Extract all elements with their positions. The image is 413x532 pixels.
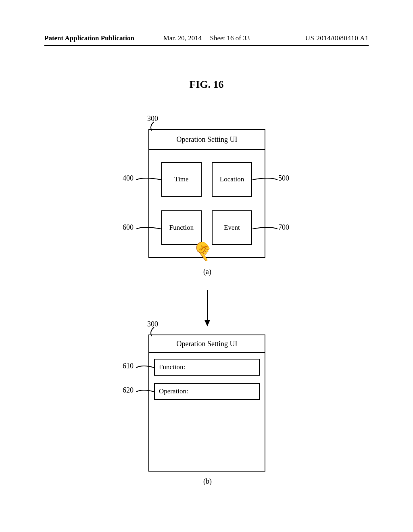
operation-setting-panel-b: Operation Setting UI Function: Operation… bbox=[148, 335, 265, 472]
leader-620 bbox=[136, 388, 155, 396]
subcaption-a: (a) bbox=[203, 268, 211, 276]
ref-700: 700 bbox=[278, 223, 289, 232]
header-center: Mar. 20, 2014 Sheet 16 of 33 bbox=[44, 34, 369, 42]
panel-b-title: Operation Setting UI bbox=[149, 335, 265, 353]
figure-title: FIG. 16 bbox=[0, 79, 413, 91]
leader-610 bbox=[136, 364, 155, 372]
svg-marker-1 bbox=[204, 320, 210, 326]
panel-a-title: Operation Setting UI bbox=[149, 130, 265, 150]
location-button[interactable]: Location bbox=[212, 162, 252, 197]
patent-page: Patent Application Publication Mar. 20, … bbox=[0, 0, 413, 532]
ref-620: 620 bbox=[123, 386, 133, 395]
function-field[interactable]: Function: bbox=[154, 359, 260, 376]
header-date: Mar. 20, 2014 bbox=[163, 34, 202, 42]
page-header: Patent Application Publication Mar. 20, … bbox=[44, 34, 369, 42]
leader-600 bbox=[136, 225, 162, 233]
flow-arrow-icon bbox=[204, 290, 211, 326]
leader-500 bbox=[252, 176, 278, 184]
ref-400: 400 bbox=[123, 174, 133, 183]
header-rule bbox=[44, 45, 369, 46]
ref-600: 600 bbox=[123, 223, 133, 232]
event-button[interactable]: Event bbox=[212, 210, 252, 245]
leader-700 bbox=[252, 225, 278, 233]
function-button[interactable]: Function bbox=[161, 210, 202, 245]
ref-610: 610 bbox=[123, 362, 133, 370]
header-sheet: Sheet 16 of 33 bbox=[210, 34, 250, 42]
subcaption-b: (b) bbox=[203, 477, 212, 486]
operation-field[interactable]: Operation: bbox=[154, 383, 260, 400]
time-button[interactable]: Time bbox=[161, 162, 202, 197]
ref-500: 500 bbox=[278, 174, 289, 183]
leader-400 bbox=[136, 176, 162, 184]
